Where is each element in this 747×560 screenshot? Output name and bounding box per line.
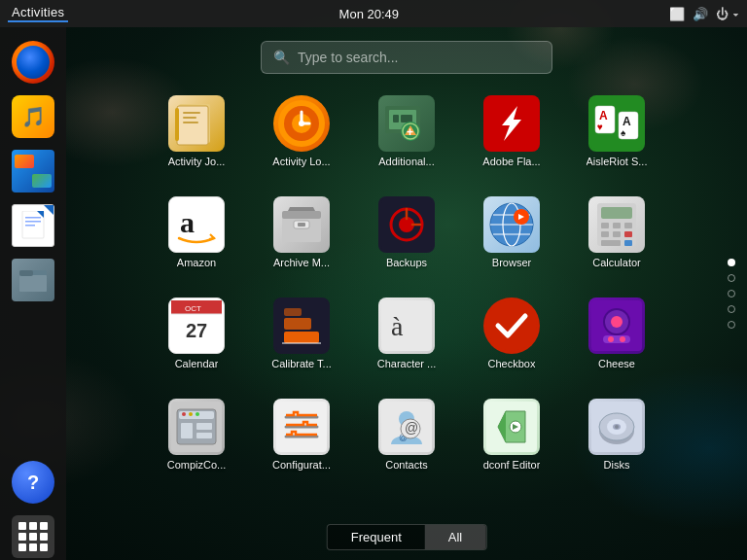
firefox-icon bbox=[12, 41, 54, 84]
svg-point-17 bbox=[299, 121, 304, 126]
rhythmbox-icon: 🎵 bbox=[12, 95, 54, 138]
dock-item-writer[interactable] bbox=[10, 202, 56, 249]
svg-rect-11 bbox=[183, 117, 196, 119]
compiz-icon bbox=[168, 399, 225, 455]
activity-journal-icon bbox=[168, 95, 225, 152]
svg-rect-77 bbox=[603, 335, 630, 343]
app-disks[interactable]: Disks bbox=[566, 387, 667, 484]
apps-grid: Activity Jo... Activity Lo... bbox=[136, 84, 677, 484]
app-configuration[interactable]: Configurat... bbox=[251, 387, 352, 484]
files-icon bbox=[12, 259, 54, 301]
page-dot-3[interactable] bbox=[728, 290, 735, 298]
writer-icon bbox=[12, 204, 54, 247]
dock-item-help[interactable]: ? bbox=[10, 459, 56, 506]
app-cheese[interactable]: Cheese bbox=[566, 286, 667, 383]
svg-text:♠: ♠ bbox=[621, 127, 626, 138]
contacts-icon: @ @ bbox=[378, 399, 435, 455]
volume-icon[interactable]: 🔊 bbox=[693, 7, 708, 21]
svg-text:à: à bbox=[391, 311, 404, 341]
additional-label: Additional... bbox=[378, 156, 434, 168]
calibrate-label: Calibrate T... bbox=[271, 358, 332, 370]
app-calibrate[interactable]: Calibrate T... bbox=[251, 286, 352, 383]
calculator-label: Calculator bbox=[592, 257, 641, 269]
checkbox-label: Checkbox bbox=[488, 358, 536, 370]
topbar: Activities Mon 20:49 ⬜ 🔊 ⏻ ▾ bbox=[0, 0, 747, 27]
svg-rect-20 bbox=[393, 115, 399, 122]
power-icon[interactable]: ⏻ ▾ bbox=[716, 7, 739, 21]
apps-icon bbox=[12, 515, 54, 558]
aisleriot-icon: A ♥ A ♠ bbox=[588, 95, 645, 152]
dconf-label: dconf Editor bbox=[483, 459, 541, 472]
svg-text:27: 27 bbox=[186, 320, 207, 341]
page-dot-1[interactable] bbox=[728, 259, 735, 266]
app-backups[interactable]: Backups bbox=[356, 185, 457, 282]
page-dot-2[interactable] bbox=[728, 274, 735, 282]
tab-all[interactable]: All bbox=[425, 525, 485, 549]
svg-point-79 bbox=[620, 336, 625, 342]
svg-point-86 bbox=[182, 412, 186, 416]
app-checkbox[interactable]: Checkbox bbox=[461, 286, 562, 383]
screen-icon[interactable]: ⬜ bbox=[669, 7, 685, 21]
dock-item-files[interactable] bbox=[10, 257, 56, 303]
dock-item-photos[interactable] bbox=[10, 148, 56, 194]
svg-rect-21 bbox=[401, 115, 412, 122]
svg-rect-68 bbox=[284, 308, 302, 316]
app-activity-journal[interactable]: Activity Jo... bbox=[146, 84, 247, 181]
topbar-right: ⬜ 🔊 ⏻ ▾ bbox=[669, 7, 739, 21]
app-browser[interactable]: Browser bbox=[461, 185, 562, 282]
svg-text:+: + bbox=[407, 125, 413, 139]
app-character[interactable]: à Character ... bbox=[356, 286, 457, 383]
cheese-icon bbox=[588, 298, 645, 354]
svg-rect-53 bbox=[613, 223, 621, 228]
page-dot-5[interactable] bbox=[728, 321, 735, 329]
search-input[interactable] bbox=[298, 50, 540, 65]
svg-rect-70 bbox=[381, 300, 432, 351]
dock-item-apps[interactable] bbox=[10, 513, 56, 560]
svg-rect-7 bbox=[19, 270, 33, 276]
bottom-tabs: Frequent All bbox=[327, 524, 487, 550]
app-aisleriot[interactable]: A ♥ A ♠ AisleRiot S... bbox=[566, 84, 667, 181]
disks-label: Disks bbox=[604, 459, 630, 472]
page-dot-4[interactable] bbox=[728, 305, 735, 313]
tab-frequent[interactable]: Frequent bbox=[328, 525, 425, 549]
svg-rect-54 bbox=[624, 223, 632, 228]
photos-icon bbox=[12, 150, 54, 192]
svg-rect-83 bbox=[181, 423, 193, 438]
svg-rect-6 bbox=[19, 275, 47, 292]
dock-item-rhythmbox[interactable]: 🎵 bbox=[10, 93, 56, 140]
character-label: Character ... bbox=[377, 358, 437, 370]
svg-rect-13 bbox=[175, 108, 179, 141]
app-amazon[interactable]: a Amazon bbox=[146, 185, 247, 282]
svg-rect-67 bbox=[284, 318, 311, 330]
svg-rect-84 bbox=[196, 423, 212, 430]
app-calendar[interactable]: 27 OCT Calendar bbox=[146, 286, 247, 383]
app-adobe-flash[interactable]: Adobe Fla... bbox=[461, 84, 562, 181]
app-contacts[interactable]: @ @ Contacts bbox=[356, 387, 457, 484]
activities-button[interactable]: Activities bbox=[8, 5, 68, 22]
app-activity-log[interactable]: Activity Lo... bbox=[251, 84, 352, 181]
app-compiz[interactable]: CompizCo... bbox=[146, 387, 247, 484]
svg-rect-3 bbox=[25, 225, 35, 227]
svg-rect-52 bbox=[601, 223, 609, 228]
activity-log-icon bbox=[273, 95, 330, 152]
svg-rect-56 bbox=[613, 231, 621, 237]
svg-rect-12 bbox=[183, 122, 198, 123]
svg-text:♥: ♥ bbox=[597, 122, 603, 132]
app-archive[interactable]: Archive M... bbox=[251, 185, 352, 282]
dock-item-firefox[interactable] bbox=[10, 39, 56, 86]
clock: Mon 20:49 bbox=[339, 7, 399, 21]
app-dconf[interactable]: dconf Editor bbox=[461, 387, 562, 484]
compiz-label: CompizCo... bbox=[167, 459, 227, 472]
svg-point-87 bbox=[189, 412, 193, 416]
browser-label: Browser bbox=[492, 257, 531, 269]
cheese-label: Cheese bbox=[598, 358, 635, 370]
character-icon: à bbox=[378, 298, 435, 354]
app-additional[interactable]: + Additional... bbox=[356, 84, 457, 181]
app-calculator[interactable]: Calculator bbox=[566, 185, 667, 282]
svg-rect-51 bbox=[601, 207, 632, 219]
svg-point-88 bbox=[196, 412, 199, 416]
amazon-label: Amazon bbox=[177, 257, 216, 269]
svg-text:A: A bbox=[622, 115, 631, 128]
svg-rect-39 bbox=[298, 223, 305, 227]
adobe-flash-icon bbox=[483, 95, 540, 152]
